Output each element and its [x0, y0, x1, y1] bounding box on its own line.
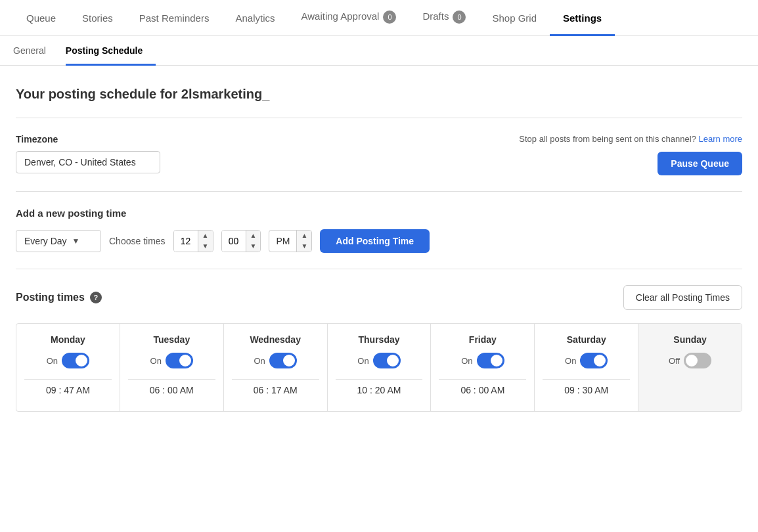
toggle-slider-thursday — [373, 353, 401, 368]
time-display-friday: 06 : 00 AM — [439, 379, 526, 401]
day-select[interactable]: Every Day ▼ — [16, 230, 101, 252]
day-name-saturday: Saturday — [543, 334, 630, 345]
ampm-spinner: PM ▲ ▼ — [269, 230, 312, 252]
add-posting-time-button[interactable]: Add Posting Time — [320, 229, 430, 253]
ampm-value: PM — [269, 231, 296, 252]
day-col-monday: MondayOn09 : 47 AM — [16, 324, 120, 411]
toggle-row-tuesday: On — [128, 353, 215, 368]
tab-analytics[interactable]: Analytics — [222, 2, 288, 36]
day-name-thursday: Thursday — [336, 334, 423, 345]
toggle-label-wednesday: On — [254, 356, 265, 366]
toggle-slider-monday — [62, 353, 89, 368]
day-col-wednesday: WednesdayOn06 : 17 AM — [224, 324, 328, 411]
toggle-friday[interactable] — [477, 353, 504, 368]
learn-more-link[interactable]: Learn more — [699, 134, 742, 144]
tab-drafts-badge: 0 — [453, 11, 466, 24]
toggle-row-sunday: Off — [646, 353, 734, 368]
toggle-slider-sunday — [684, 353, 711, 368]
time-display-monday: 09 : 47 AM — [24, 379, 112, 401]
tab-stories[interactable]: Stories — [69, 2, 126, 36]
divider-2 — [16, 191, 742, 192]
toggle-monday[interactable] — [62, 353, 89, 368]
toggle-thursday[interactable] — [373, 353, 401, 368]
day-col-tuesday: TuesdayOn06 : 00 AM — [120, 324, 224, 411]
toggle-label-tuesday: On — [150, 356, 162, 366]
day-col-saturday: SaturdayOn09 : 30 AM — [535, 324, 638, 411]
toggle-tuesday[interactable] — [166, 353, 193, 368]
timezone-section: Timezone Stop all posts from being sent … — [16, 134, 742, 175]
toggle-row-saturday: On — [543, 353, 630, 368]
day-name-friday: Friday — [439, 334, 526, 345]
toggle-row-friday: On — [439, 353, 526, 368]
days-grid: MondayOn09 : 47 AMTuesdayOn06 : 00 AMWed… — [16, 323, 742, 412]
time-display-tuesday: 06 : 00 AM — [128, 379, 215, 401]
toggle-row-wednesday: On — [232, 353, 319, 368]
tab-past-reminders[interactable]: Past Reminders — [126, 2, 223, 36]
toggle-wednesday[interactable] — [269, 353, 297, 368]
toggle-label-saturday: On — [565, 356, 576, 366]
toggle-slider-wednesday — [269, 353, 297, 368]
timezone-input[interactable] — [16, 151, 160, 173]
ampm-down-button[interactable]: ▼ — [297, 241, 311, 252]
toggle-slider-saturday — [580, 353, 608, 368]
tab-drafts[interactable]: Drafts0 — [409, 0, 479, 36]
minute-up-button[interactable]: ▲ — [246, 231, 261, 241]
hour-input[interactable] — [174, 231, 198, 252]
clear-posting-times-button[interactable]: Clear all Posting Times — [623, 285, 742, 310]
time-display-saturday: 09 : 30 AM — [543, 379, 630, 401]
minute-spinner: ▲ ▼ — [221, 230, 261, 252]
ampm-up-button[interactable]: ▲ — [297, 231, 311, 241]
ampm-spinner-buttons: ▲ ▼ — [296, 231, 311, 252]
tab-settings[interactable]: Settings — [550, 2, 615, 36]
day-col-thursday: ThursdayOn10 : 20 AM — [328, 324, 432, 411]
hour-spinner: ▲ ▼ — [173, 230, 213, 252]
day-col-sunday: SundayOff — [638, 324, 742, 411]
stop-text: Stop all posts from being sent on this c… — [519, 134, 742, 144]
toggle-row-monday: On — [24, 353, 112, 368]
add-posting-row: Every Day ▼ Choose times ▲ ▼ ▲ ▼ — [16, 229, 742, 253]
tab-awaiting-approval[interactable]: Awaiting Approval0 — [288, 0, 409, 36]
minute-down-button[interactable]: ▼ — [246, 241, 261, 252]
toggle-label-thursday: On — [357, 356, 368, 366]
sub-tab-posting-schedule[interactable]: Posting Schedule — [66, 36, 156, 66]
day-name-monday: Monday — [24, 334, 112, 345]
posting-times-title-group: Posting times ? — [16, 292, 102, 303]
tab-shop-grid[interactable]: Shop Grid — [479, 2, 550, 36]
toggle-slider-tuesday — [166, 353, 193, 368]
chevron-down-icon: ▼ — [72, 236, 80, 246]
day-name-sunday: Sunday — [646, 334, 734, 345]
sub-tab-general[interactable]: General — [13, 36, 59, 66]
day-name-wednesday: Wednesday — [232, 334, 319, 345]
tab-awaiting-approval-badge: 0 — [383, 11, 396, 24]
toggle-label-monday: On — [47, 356, 58, 366]
timezone-right: Stop all posts from being sent on this c… — [519, 134, 742, 175]
help-icon[interactable]: ? — [90, 292, 102, 303]
main-content: Your posting schedule for 2lsmarketing_ … — [0, 66, 758, 433]
add-posting-section: Add a new posting time Every Day ▼ Choos… — [16, 208, 742, 253]
minute-spinner-buttons: ▲ ▼ — [246, 231, 261, 252]
hour-up-button[interactable]: ▲ — [198, 231, 213, 241]
day-select-value: Every Day — [24, 236, 67, 246]
toggle-slider-friday — [477, 353, 504, 368]
hour-down-button[interactable]: ▼ — [198, 241, 213, 252]
timezone-left: Timezone — [16, 134, 160, 173]
hour-spinner-buttons: ▲ ▼ — [198, 231, 213, 252]
divider-3 — [16, 269, 742, 269]
divider-1 — [16, 118, 742, 118]
pause-queue-button[interactable]: Pause Queue — [658, 152, 742, 175]
toggle-label-friday: On — [461, 356, 472, 366]
toggle-label-sunday: Off — [669, 356, 680, 366]
page-title: Your posting schedule for 2lsmarketing_ — [16, 87, 742, 102]
toggle-row-thursday: On — [336, 353, 423, 368]
choose-times-label: Choose times — [109, 236, 166, 246]
day-col-friday: FridayOn06 : 00 AM — [431, 324, 535, 411]
top-navigation: QueueStoriesPast RemindersAnalyticsAwait… — [0, 0, 758, 36]
sub-navigation: GeneralPosting Schedule — [0, 36, 758, 66]
toggle-saturday[interactable] — [580, 353, 608, 368]
toggle-sunday[interactable] — [684, 353, 711, 368]
day-name-tuesday: Tuesday — [128, 334, 215, 345]
tab-queue[interactable]: Queue — [13, 2, 69, 36]
posting-times-header: Posting times ? Clear all Posting Times — [16, 285, 742, 310]
time-display-wednesday: 06 : 17 AM — [232, 379, 319, 401]
minute-input[interactable] — [222, 231, 246, 252]
